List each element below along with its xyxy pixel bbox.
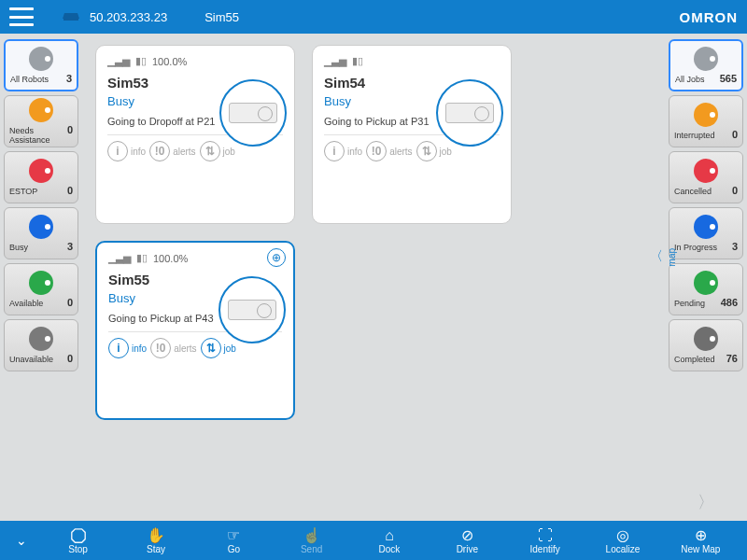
header-sim-name: Sim55 <box>204 10 239 24</box>
battery-icon: ▮▯ <box>135 55 147 67</box>
status-dot-icon <box>694 271 718 295</box>
cmd-label: Drive <box>457 544 478 554</box>
cmd-go-button[interactable]: ☞Go <box>200 527 267 554</box>
info-icon: i <box>324 141 345 161</box>
job-filter-interrupted[interactable]: Interrupted0 <box>669 95 743 147</box>
cmd-stay-button[interactable]: ✋Stay <box>122 527 190 554</box>
battery-icon: ▮▯ <box>136 252 148 264</box>
chevron-right-icon[interactable]: 〉 <box>698 491 714 513</box>
card-action-alerts[interactable]: !0 alerts <box>150 338 196 358</box>
cmd-identify-button[interactable]: ⛶Identify <box>512 527 579 554</box>
card-action-label: alerts <box>174 343 196 354</box>
filter-label: Completed <box>674 355 715 364</box>
job-filter-alljobs[interactable]: All Jobs565 <box>669 39 743 91</box>
filter-count: 0 <box>67 124 73 135</box>
card-action-alerts[interactable]: !0 alerts <box>366 141 412 161</box>
cmd-drive-button[interactable]: ⊘Drive <box>433 527 500 554</box>
robot-filter-all[interactable]: All Robots3 <box>4 39 78 91</box>
status-dot-icon <box>694 327 718 351</box>
signal-icon: ▁▃▅ <box>108 252 131 264</box>
svg-marker-0 <box>71 528 84 541</box>
status-dot-icon <box>29 98 53 122</box>
status-dot-icon <box>29 159 53 183</box>
cmd-newmap-button[interactable]: ⊕New Map <box>667 527 734 554</box>
robot-icon <box>62 8 80 25</box>
cmd-localize-button[interactable]: ◎Localize <box>589 527 656 554</box>
card-action-info[interactable]: i info <box>108 338 147 358</box>
cmd-label: New Map <box>681 544 720 554</box>
globe-icon[interactable]: ⊕ <box>267 248 286 267</box>
filter-count: 0 <box>732 129 738 140</box>
job-filter-cancelled[interactable]: Cancelled0 <box>669 151 743 203</box>
filter-count: 3 <box>732 241 738 252</box>
filter-label: Needs Assistance <box>9 126 67 145</box>
filter-label: Unavailable <box>9 355 53 364</box>
status-dot-icon <box>694 103 718 127</box>
cmd-stop-button[interactable]: Stop <box>45 527 112 554</box>
card-action-job[interactable]: ⇅ job <box>201 338 236 358</box>
filter-count: 0 <box>67 353 73 364</box>
cmd-dock-button[interactable]: ⌂Dock <box>356 527 423 554</box>
card-action-label: alerts <box>389 147 412 157</box>
robot-card-sim53[interactable]: ▁▃▅ ▮▯ 100.0% Sim53 Busy Going to Dropof… <box>95 45 295 224</box>
cmd-label: Identify <box>530 544 560 554</box>
card-action-label: info <box>132 343 147 354</box>
filter-count: 0 <box>67 297 73 308</box>
card-action-job[interactable]: ⇅ job <box>200 141 235 161</box>
robot-thumbnail <box>436 79 503 147</box>
app-header: 50.203.233.23 Sim55 OMRON <box>0 0 747 34</box>
info-icon: i <box>107 141 128 161</box>
card-action-label: info <box>131 147 146 157</box>
cmd-label: Localize <box>606 544 641 554</box>
command-toolbar: ⌄ Stop✋Stay☞Go☝Send⌂Dock⊘Drive⛶Identify◎… <box>0 521 747 560</box>
filter-label: Busy <box>9 243 28 252</box>
status-dot-icon <box>29 215 53 239</box>
job-filter-completed[interactable]: Completed76 <box>669 319 743 371</box>
cmd-label: Stop <box>68 544 88 554</box>
map-expand-handle[interactable]: 〈 map <box>650 248 677 266</box>
robot-filter-estop[interactable]: ESTOP0 <box>4 151 78 203</box>
status-dot-icon <box>694 159 718 183</box>
cmd-label: Stay <box>147 544 165 554</box>
card-action-label: alerts <box>173 147 195 157</box>
robot-filter-unav[interactable]: Unavailable0 <box>4 319 78 371</box>
robot-filter-busy[interactable]: Busy3 <box>4 207 78 259</box>
card-action-label: job <box>440 147 452 157</box>
robots-canvas: ▁▃▅ ▮▯ 100.0% Sim53 Busy Going to Dropof… <box>82 34 665 521</box>
filter-label: Available <box>9 299 43 308</box>
card-action-alerts[interactable]: !0 alerts <box>149 141 195 161</box>
card-action-job[interactable]: ⇅ job <box>416 141 452 161</box>
filter-count: 565 <box>720 73 737 84</box>
filter-count: 3 <box>67 241 73 252</box>
card-action-info[interactable]: i info <box>324 141 362 161</box>
card-action-label: job <box>223 147 235 157</box>
robot-thumbnail <box>218 276 286 343</box>
job-filter-pending[interactable]: Pending486 <box>669 263 743 315</box>
job-icon: ⇅ <box>200 141 220 161</box>
filter-label: ESTOP <box>9 187 37 196</box>
filter-label: Cancelled <box>674 187 712 196</box>
cmd-send-button[interactable]: ☝Send <box>278 527 345 554</box>
cmd-label: Go <box>228 544 240 554</box>
filter-count: 0 <box>732 185 738 196</box>
status-dot-icon <box>29 271 53 295</box>
job-filter-inprogress[interactable]: In Progress3 <box>669 207 743 259</box>
menu-button[interactable] <box>9 7 34 26</box>
filter-count: 0 <box>67 185 73 196</box>
card-action-info[interactable]: i info <box>107 141 146 161</box>
battery-value: 100.0% <box>152 56 187 67</box>
card-action-label: job <box>224 343 236 354</box>
filter-label: Interrupted <box>674 131 715 140</box>
header-ip: 50.203.233.23 <box>90 10 167 24</box>
robot-card-sim55[interactable]: ▁▃▅ ▮▯ 100.0% ⊕ Sim55 Busy Going to Pick… <box>95 241 295 420</box>
battery-value: 100.0% <box>153 253 188 264</box>
status-dot-icon <box>29 327 53 351</box>
toolbar-collapse-button[interactable]: ⌄ <box>7 533 35 548</box>
signal-icon: ▁▃▅ <box>324 55 346 67</box>
filter-count: 3 <box>66 73 72 84</box>
robot-filter-avail[interactable]: Available0 <box>4 263 78 315</box>
signal-icon: ▁▃▅ <box>107 55 130 67</box>
robot-filter-na[interactable]: Needs Assistance0 <box>4 95 78 147</box>
robot-card-sim54[interactable]: ▁▃▅ ▮▯ Sim54 Busy Going to Pickup at P31… <box>312 45 512 224</box>
status-dot-icon <box>29 47 53 71</box>
